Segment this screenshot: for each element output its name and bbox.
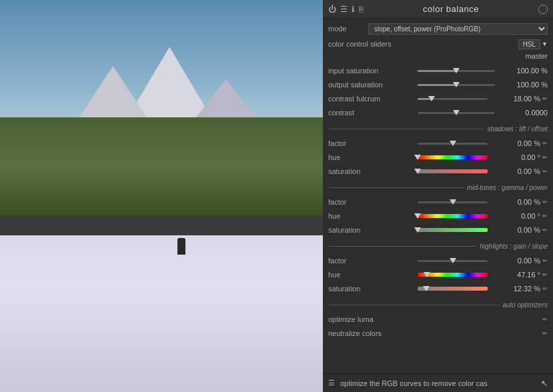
figure bbox=[177, 238, 185, 255]
midtones-saturation-thumb bbox=[414, 227, 421, 233]
midtones-hue-slider[interactable] bbox=[418, 214, 488, 218]
shadows-hue-thumb bbox=[414, 155, 421, 160]
color-control-dropdown-icon[interactable]: ▼ bbox=[542, 41, 548, 47]
midtones-hue-label: hue bbox=[328, 212, 415, 220]
copy-icon[interactable]: ⎘ bbox=[359, 5, 364, 14]
contrast-fulcrum-value: 18.00 % bbox=[490, 95, 540, 103]
highlights-hue-label: hue bbox=[328, 271, 415, 279]
master-row: master bbox=[328, 52, 548, 63]
highlights-saturation-value: 12.32 % bbox=[490, 285, 540, 293]
shadows-saturation-edit[interactable]: ✏ bbox=[542, 168, 548, 175]
auto-opt-line bbox=[328, 305, 500, 305]
shadows-saturation-label: saturation bbox=[328, 167, 415, 175]
shadows-header-text: shadows : lift / offset bbox=[487, 125, 548, 133]
highlights-factor-label: factor bbox=[328, 257, 415, 265]
shadows-hue-value: 0.00 ° bbox=[490, 153, 540, 161]
highlights-hue-slider[interactable] bbox=[418, 273, 488, 277]
input-saturation-thumb bbox=[453, 68, 460, 73]
output-saturation-row: output saturation 100.00 % bbox=[328, 78, 548, 91]
contrast-slider[interactable] bbox=[418, 112, 495, 114]
shadows-factor-slider[interactable] bbox=[418, 143, 488, 145]
neutralize-colors-label: neutralize colors bbox=[328, 329, 542, 337]
midtones-saturation-value: 0.00 % bbox=[490, 226, 540, 234]
midtones-header-text: mid-tones : gamma / power bbox=[467, 184, 548, 191]
midtones-line bbox=[328, 187, 464, 188]
image-panel bbox=[0, 0, 323, 392]
bottom-cursor-icon[interactable]: ↖ bbox=[541, 379, 548, 388]
shadows-saturation-row: saturation 0.00 % ✏ bbox=[328, 165, 548, 178]
highlights-factor-row: factor 0.00 % ✏ bbox=[328, 254, 548, 267]
top-bar-icons: ⏻ ☰ ℹ ⎘ bbox=[328, 5, 364, 14]
highlights-hue-edit[interactable]: ✏ bbox=[542, 271, 548, 278]
shadows-factor-edit[interactable]: ✏ bbox=[542, 140, 548, 147]
highlights-saturation-edit[interactable]: ✏ bbox=[542, 285, 548, 292]
contrast-value: 0.0000 bbox=[498, 109, 548, 117]
mode-select[interactable]: slope, offset, power (ProPhotoRGB)lift, … bbox=[368, 23, 548, 35]
info-icon[interactable]: ℹ bbox=[352, 5, 355, 14]
color-control-label: color control sliders bbox=[328, 40, 518, 48]
output-saturation-fill bbox=[418, 84, 456, 86]
midtones-factor-label: factor bbox=[328, 198, 415, 206]
optimize-luma-edit[interactable]: ✏ bbox=[542, 316, 548, 323]
midtones-factor-slider[interactable] bbox=[418, 201, 488, 203]
highlights-saturation-label: saturation bbox=[328, 285, 415, 293]
midtones-hue-value: 0.00 ° bbox=[490, 212, 540, 220]
forest bbox=[0, 117, 323, 215]
highlights-factor-slider[interactable] bbox=[418, 260, 488, 262]
highlights-factor-thumb bbox=[450, 258, 456, 263]
top-bar: ⏻ ☰ ℹ ⎘ color balance bbox=[323, 0, 553, 19]
highlights-hue-value: 47.16 ° bbox=[490, 271, 540, 279]
midtones-factor-edit[interactable]: ✏ bbox=[542, 199, 548, 205]
mode-row: mode slope, offset, power (ProPhotoRGB)l… bbox=[328, 21, 548, 36]
midtones-hue-thumb bbox=[414, 213, 421, 219]
input-saturation-slider[interactable] bbox=[418, 70, 495, 72]
midtones-saturation-label: saturation bbox=[328, 226, 415, 234]
highlights-header-text: highlights : gain / slope bbox=[480, 243, 548, 250]
highlights-saturation-slider[interactable] bbox=[418, 287, 488, 291]
input-saturation-fill bbox=[418, 70, 456, 72]
highlights-header: highlights : gain / slope bbox=[328, 239, 548, 253]
shadows-factor-label: factor bbox=[328, 139, 415, 147]
right-panel: ⏻ ☰ ℹ ⎘ color balance mode slope, offset… bbox=[323, 0, 553, 392]
shadows-hue-slider[interactable] bbox=[418, 155, 488, 159]
input-saturation-row: input saturation 100.00 % bbox=[328, 64, 548, 77]
shadows-factor-row: factor 0.00 % ✏ bbox=[328, 137, 548, 150]
bottom-text: optimize the RGB curves to remove color … bbox=[340, 379, 536, 387]
contrast-fulcrum-edit[interactable]: ✏ bbox=[542, 95, 548, 102]
contrast-fulcrum-label: contrast fulcrum bbox=[328, 95, 415, 103]
shadows-hue-row: hue 0.00 ° ✏ bbox=[328, 151, 548, 164]
neutralize-colors-edit[interactable]: ✏ bbox=[542, 330, 548, 337]
ground bbox=[0, 235, 323, 392]
power-icon[interactable]: ⏻ bbox=[328, 5, 336, 14]
midtones-factor-value: 0.00 % bbox=[490, 198, 540, 206]
auto-opt-text: auto optimizers bbox=[502, 301, 548, 309]
midtones-saturation-slider[interactable] bbox=[418, 228, 488, 232]
midtones-hue-row: hue 0.00 ° ✏ bbox=[328, 209, 548, 223]
highlights-factor-edit[interactable]: ✏ bbox=[542, 257, 548, 264]
bottom-menu-icon[interactable]: ☰ bbox=[328, 379, 335, 387]
output-saturation-slider[interactable] bbox=[418, 84, 495, 86]
shadows-saturation-slider[interactable] bbox=[418, 169, 488, 173]
contrast-label: contrast bbox=[328, 109, 415, 117]
shadows-hue-edit[interactable]: ✏ bbox=[542, 154, 548, 161]
input-saturation-label: input saturation bbox=[328, 67, 415, 75]
midtones-factor-thumb bbox=[450, 199, 456, 205]
auto-optimizers-header: auto optimizers bbox=[328, 298, 548, 311]
list-icon[interactable]: ☰ bbox=[340, 5, 348, 14]
midtones-factor-row: factor 0.00 % ✏ bbox=[328, 195, 548, 209]
color-control-row: color control sliders HSL ▼ bbox=[328, 37, 548, 51]
contrast-fulcrum-slider[interactable] bbox=[418, 98, 488, 100]
shadows-saturation-thumb bbox=[414, 169, 421, 174]
midtones-hue-edit[interactable]: ✏ bbox=[542, 213, 548, 219]
input-saturation-value: 100.00 % bbox=[498, 67, 548, 75]
color-control-value[interactable]: HSL bbox=[518, 39, 540, 49]
contrast-thumb bbox=[453, 110, 460, 115]
circle-icon bbox=[538, 5, 548, 14]
highlights-saturation-row: saturation 12.32 % ✏ bbox=[328, 282, 548, 295]
output-saturation-label: output saturation bbox=[328, 81, 415, 89]
output-saturation-thumb bbox=[453, 82, 460, 87]
highlights-hue-thumb bbox=[424, 272, 430, 277]
optimize-luma-row: optimize luma ✏ bbox=[328, 313, 548, 326]
shadows-factor-value: 0.00 % bbox=[490, 139, 540, 147]
midtones-saturation-edit[interactable]: ✏ bbox=[542, 227, 548, 233]
